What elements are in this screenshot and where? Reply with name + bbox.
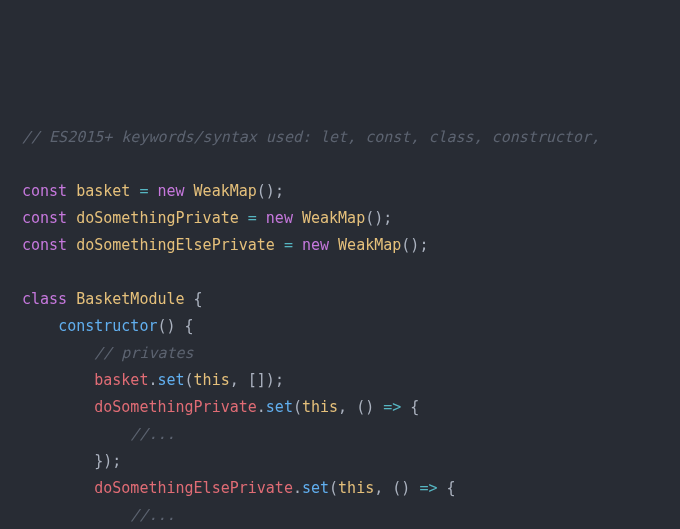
code-token: .: [257, 398, 266, 416]
code-token: (: [185, 371, 194, 389]
code-token: =>: [419, 479, 437, 497]
code-token: [374, 398, 383, 416]
code-token: [22, 479, 94, 497]
code-token: }: [94, 452, 103, 470]
code-token: basket: [94, 371, 148, 389]
code-token: [185, 290, 194, 308]
code-token: [67, 236, 76, 254]
code-token: set: [157, 371, 184, 389]
code-token: (: [329, 479, 338, 497]
code-line: const doSomethingElsePrivate = new WeakM…: [22, 232, 658, 259]
code-token: // ES2015+ keywords/syntax used: let, co…: [22, 128, 600, 146]
code-token: [67, 182, 76, 200]
code-token: ;: [112, 452, 121, 470]
code-line: //...: [22, 421, 658, 448]
code-token: (: [293, 398, 302, 416]
code-token: basket: [76, 182, 130, 200]
code-token: set: [266, 398, 293, 416]
code-token: ): [266, 371, 275, 389]
code-token: [22, 506, 130, 524]
code-line: [22, 151, 658, 178]
code-token: [67, 209, 76, 227]
code-line: constructor() {: [22, 313, 658, 340]
code-token: [329, 236, 338, 254]
code-token: (): [365, 209, 383, 227]
code-token: [22, 452, 94, 470]
code-token: set: [302, 479, 329, 497]
code-token: ;: [383, 209, 392, 227]
code-token: doSomethingElsePrivate: [76, 236, 275, 254]
code-token: .: [293, 479, 302, 497]
code-token: {: [194, 290, 203, 308]
code-token: [293, 236, 302, 254]
code-line: //...: [22, 502, 658, 529]
code-token: WeakMap: [302, 209, 365, 227]
code-token: [293, 209, 302, 227]
code-token: [22, 317, 58, 335]
code-token: this: [194, 371, 230, 389]
code-token: (): [157, 317, 175, 335]
code-token: this: [302, 398, 338, 416]
code-token: [22, 371, 94, 389]
code-token: =: [248, 209, 257, 227]
code-token: WeakMap: [338, 236, 401, 254]
code-token: WeakMap: [194, 182, 257, 200]
code-token: [22, 425, 130, 443]
code-token: {: [185, 317, 194, 335]
code-line: const basket = new WeakMap();: [22, 178, 658, 205]
code-token: doSomethingElsePrivate: [94, 479, 293, 497]
code-token: [22, 398, 94, 416]
code-token: const: [22, 236, 67, 254]
code-token: [22, 344, 94, 362]
code-token: [67, 290, 76, 308]
code-token: doSomethingPrivate: [94, 398, 257, 416]
code-token: (): [392, 479, 410, 497]
code-token: new: [157, 182, 184, 200]
code-block: // ES2015+ keywords/syntax used: let, co…: [22, 124, 658, 529]
code-token: new: [266, 209, 293, 227]
code-token: ,: [338, 398, 356, 416]
code-token: ,: [230, 371, 248, 389]
code-token: [401, 398, 410, 416]
code-line: const doSomethingPrivate = new WeakMap()…: [22, 205, 658, 232]
code-line: doSomethingPrivate.set(this, () => {: [22, 394, 658, 421]
code-token: ;: [275, 182, 284, 200]
code-token: [176, 317, 185, 335]
code-line: basket.set(this, []);: [22, 367, 658, 394]
code-token: //...: [130, 425, 175, 443]
code-token: class: [22, 290, 67, 308]
code-token: const: [22, 209, 67, 227]
code-token: doSomethingPrivate: [76, 209, 239, 227]
code-token: [275, 236, 284, 254]
code-token: {: [446, 479, 455, 497]
code-line: [22, 259, 658, 286]
code-token: //...: [130, 506, 175, 524]
code-token: [185, 182, 194, 200]
code-token: ): [103, 452, 112, 470]
code-token: // privates: [94, 344, 193, 362]
code-token: ,: [374, 479, 392, 497]
code-token: constructor: [58, 317, 157, 335]
code-token: (): [401, 236, 419, 254]
code-token: BasketModule: [76, 290, 184, 308]
code-token: =>: [383, 398, 401, 416]
code-token: ;: [419, 236, 428, 254]
code-token: new: [302, 236, 329, 254]
code-token: (): [356, 398, 374, 416]
code-token: =: [284, 236, 293, 254]
code-line: // privates: [22, 340, 658, 367]
code-token: []: [248, 371, 266, 389]
code-token: const: [22, 182, 67, 200]
code-token: ;: [275, 371, 284, 389]
code-line: });: [22, 448, 658, 475]
code-token: [239, 209, 248, 227]
code-token: (): [257, 182, 275, 200]
code-line: // ES2015+ keywords/syntax used: let, co…: [22, 124, 658, 151]
code-line: class BasketModule {: [22, 286, 658, 313]
code-line: doSomethingElsePrivate.set(this, () => {: [22, 475, 658, 502]
code-token: [257, 209, 266, 227]
code-token: this: [338, 479, 374, 497]
code-token: {: [410, 398, 419, 416]
